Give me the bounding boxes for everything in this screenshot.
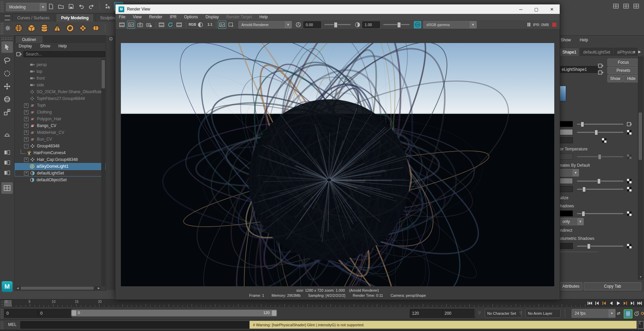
outliner-item-toph[interactable]: +Toph xyxy=(15,102,109,109)
playback-end-field[interactable]: 120 xyxy=(410,309,443,318)
close-button[interactable]: ✕ xyxy=(544,4,560,14)
ae-color-swatch[interactable] xyxy=(559,178,573,184)
step-forward-frame-button[interactable] xyxy=(629,300,636,307)
shelf-disc-icon[interactable] xyxy=(91,23,101,33)
outliner-item-side[interactable]: side xyxy=(15,82,109,88)
go-to-end-button[interactable] xyxy=(636,300,643,307)
shelf-cube-icon[interactable] xyxy=(26,23,37,33)
slider-thumb[interactable] xyxy=(587,244,591,249)
pause-ipr-icon[interactable] xyxy=(528,23,530,26)
outliner-item-middlehair-cv[interactable]: +MiddleHair_CV xyxy=(15,129,109,136)
selection-mode-icon[interactable] xyxy=(104,2,112,11)
shelf-tab-curves-surfaces[interactable]: Curves / Surfaces xyxy=(12,14,55,22)
outliner-item-top[interactable]: top xyxy=(15,68,109,75)
rv-menu-options[interactable]: Options xyxy=(184,15,198,19)
exposure-field[interactable]: 0.00 xyxy=(303,21,321,28)
ae-color-swatch[interactable] xyxy=(559,186,573,192)
menuset-dropdown[interactable]: Modeling ▼ xyxy=(6,3,47,11)
rgb-channels-button[interactable]: RGB xyxy=(188,23,197,26)
outliner-item-clothing[interactable]: +Clothing xyxy=(15,109,109,116)
texture-map-icon[interactable] xyxy=(627,130,632,135)
shelf-tab-poly-modeling[interactable]: Poly Modeling xyxy=(56,14,93,22)
tab-scroll-left-icon[interactable]: ◀ xyxy=(632,50,635,54)
slider-thumb[interactable] xyxy=(581,122,584,127)
exposure-slider[interactable] xyxy=(324,24,351,25)
texture-map-icon[interactable] xyxy=(627,154,632,159)
ae-attr-slider[interactable] xyxy=(577,213,623,214)
step-back-key-button[interactable] xyxy=(601,300,607,307)
shelf-cone-icon[interactable] xyxy=(52,23,62,33)
script-editor-icon[interactable]: {­ xyxy=(638,321,644,329)
outliner-item-persp[interactable]: persp xyxy=(15,61,109,68)
shelf-cylinder-icon[interactable] xyxy=(39,23,49,33)
focus-button[interactable]: Focus xyxy=(607,59,639,66)
ae-color-swatch[interactable] xyxy=(559,121,573,127)
paintselect-tool-icon[interactable] xyxy=(1,68,13,79)
outliner-item-aiskydomelight1[interactable]: aiSkyDomeLight1 xyxy=(15,163,109,170)
rv-menu-render[interactable]: Render xyxy=(149,15,162,19)
minimize-button[interactable]: ─ xyxy=(513,4,529,14)
command-feedback-warning[interactable]: # Warning: [hairPhysicalShader] Glint (.… xyxy=(250,321,637,329)
anim-start-field[interactable]: 0 xyxy=(38,309,72,318)
ae-color-swatch[interactable] xyxy=(559,210,573,216)
expand-toggle-icon[interactable]: - xyxy=(24,144,28,148)
outliner-menu-help[interactable]: Help xyxy=(58,44,67,50)
rv-menu-ipr[interactable]: IPR xyxy=(170,15,177,19)
render-view-titlebar[interactable]: M Render View ─ ▢ ✕ xyxy=(115,4,560,14)
expand-toggle-icon[interactable]: + xyxy=(24,130,28,135)
ae-tab-shape1[interactable]: Shape1 xyxy=(559,48,579,56)
light-shape-name-field[interactable]: eLightShape1 xyxy=(559,66,599,73)
ae-attr-slider[interactable] xyxy=(577,181,623,182)
ae-attr-slider[interactable] xyxy=(577,189,623,190)
panel-toggle-icon-2[interactable] xyxy=(3,159,12,166)
rotate-tool-icon[interactable] xyxy=(1,94,13,105)
ipr-update-icon[interactable] xyxy=(175,21,183,28)
scroll-left-icon[interactable]: ◀ xyxy=(17,286,19,290)
presets-button[interactable]: Presets xyxy=(607,67,639,74)
ae-enum-dropdown[interactable]: ▼ xyxy=(560,169,579,177)
shelf-torus-icon[interactable] xyxy=(65,23,75,33)
expand-toggle-icon[interactable]: + xyxy=(24,158,28,162)
ae-attr-slider[interactable] xyxy=(577,156,623,157)
ae-attr-slider[interactable] xyxy=(577,132,623,133)
undo-icon[interactable] xyxy=(77,2,85,11)
ae-menu-show[interactable]: Show xyxy=(561,38,571,42)
character-set-menu-icon[interactable]: ▽ xyxy=(478,311,481,315)
ae-attr-slider[interactable] xyxy=(577,246,623,247)
view-transform-dropdown[interactable]: sRGB gamma▼ xyxy=(423,21,477,28)
workspace-icon-3[interactable] xyxy=(632,2,640,10)
gamma-field[interactable]: 1.00 xyxy=(362,21,380,28)
step-back-frame-button[interactable] xyxy=(594,300,600,307)
range-start-handle[interactable] xyxy=(72,310,76,316)
outliner-item-so-20cm-ruler-shane-olsonruler[interactable]: SO_20CM_Ruler:Shane_OlsonRuler xyxy=(15,88,109,95)
ae-attr-slider[interactable] xyxy=(577,124,623,125)
ae-menu-help[interactable]: Help xyxy=(580,38,588,42)
snapshot-icon[interactable] xyxy=(136,21,144,28)
map-button-icon[interactable] xyxy=(627,122,632,127)
anim-end-field[interactable]: 200 xyxy=(442,309,475,318)
redo-previous-render-icon[interactable] xyxy=(167,21,174,28)
slider-thumb[interactable] xyxy=(582,187,586,192)
scale-tool-icon[interactable] xyxy=(1,106,13,118)
step-forward-key-button[interactable] xyxy=(622,300,629,307)
shelf-sphere-icon[interactable] xyxy=(14,23,24,33)
outliner-item-bun-cv[interactable]: +Bun_CV xyxy=(15,136,109,143)
remove-image-icon[interactable] xyxy=(228,21,235,28)
slider-thumb[interactable] xyxy=(597,179,601,184)
slider-thumb[interactable] xyxy=(595,130,598,135)
one-to-one-button[interactable]: 1:1 xyxy=(206,23,214,26)
workspace-icon-2[interactable] xyxy=(622,2,630,10)
ae-tab-defaultlightset[interactable]: defaultLightSet xyxy=(580,48,613,56)
expand-toggle-icon[interactable]: + xyxy=(24,117,28,121)
stop-render-icon[interactable] xyxy=(552,23,556,27)
shelf-gear-icon[interactable] xyxy=(4,24,12,32)
sculpt-tool-icon[interactable] xyxy=(2,129,12,140)
ae-color-swatch[interactable] xyxy=(559,153,573,160)
ae-enum-dropdown[interactable]: only▼ xyxy=(560,218,584,225)
ae-color-swatch[interactable] xyxy=(559,243,573,249)
expand-toggle-icon[interactable]: + xyxy=(24,124,28,128)
outliner-item-tophfibers27-group46844[interactable]: TophFibers27:Group46844 xyxy=(15,95,109,102)
loop-playback-icon[interactable] xyxy=(615,310,622,317)
contrast-icon[interactable] xyxy=(354,21,361,28)
outliner-menu-display[interactable]: Display xyxy=(19,44,32,50)
